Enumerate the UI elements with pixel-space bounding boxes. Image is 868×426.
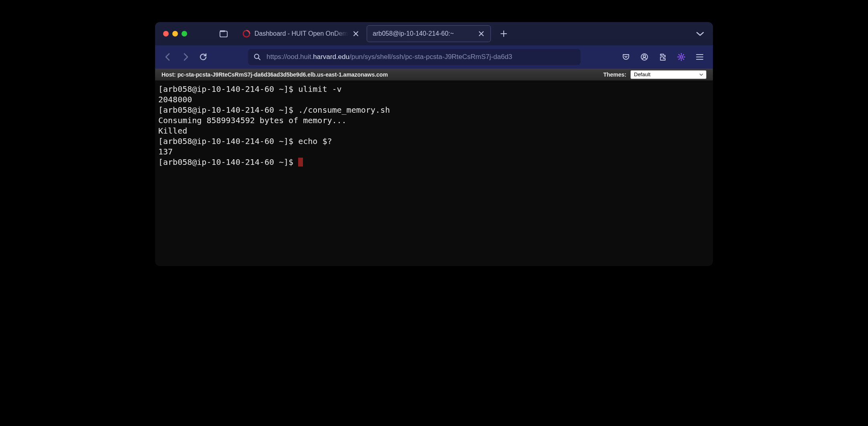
terminal-line: [arb058@ip-10-140-214-60 ~]$ echo $?	[158, 136, 332, 146]
maximize-window-button[interactable]	[182, 31, 187, 37]
tab-bar: Dashboard - HUIT Open OnDemand arb058@ip…	[155, 22, 713, 45]
tab-title: Dashboard - HUIT Open OnDemand	[254, 30, 348, 37]
search-icon	[254, 53, 261, 61]
tab-dashboard[interactable]: Dashboard - HUIT Open OnDemand	[237, 25, 365, 42]
terminal-output[interactable]: [arb058@ip-10-140-214-60 ~]$ ulimit -v 2…	[155, 81, 713, 266]
terminal-cursor	[298, 158, 303, 166]
terminal-line: 2048000	[158, 95, 192, 104]
terminal-line: [arb058@ip-10-140-214-60 ~]$ ./consume_m…	[158, 105, 390, 115]
terminal-prompt: [arb058@ip-10-140-214-60 ~]$	[158, 157, 298, 167]
url-bar-wrapper: https://ood.huit.harvard.edu/pun/sys/she…	[214, 49, 615, 65]
new-tab-button[interactable]	[497, 26, 511, 41]
url-text: https://ood.huit.harvard.edu/pun/sys/she…	[266, 53, 575, 61]
tabs-container: Dashboard - HUIT Open OnDemand arb058@ip…	[237, 22, 511, 45]
settings-gear-icon[interactable]	[674, 49, 689, 65]
ondemand-favicon-icon	[242, 30, 250, 38]
minimize-window-button[interactable]	[172, 31, 178, 37]
svg-rect-0	[220, 31, 227, 37]
host-label: Host: pc-sta-pcsta-J9RteCsRmS7j-da6d36ad…	[161, 71, 388, 78]
pocket-icon[interactable]	[618, 49, 634, 65]
sidebar-toggle-icon[interactable]	[219, 30, 228, 38]
account-icon[interactable]	[637, 49, 652, 65]
tab-overflow-button[interactable]	[692, 26, 708, 42]
reload-button[interactable]	[196, 50, 210, 64]
close-window-button[interactable]	[163, 31, 169, 37]
tab-title: arb058@ip-10-140-214-60:~	[373, 30, 474, 37]
toolbar: https://ood.huit.harvard.edu/pun/sys/she…	[155, 45, 713, 69]
extensions-icon[interactable]	[655, 49, 670, 65]
url-bar[interactable]: https://ood.huit.harvard.edu/pun/sys/she…	[248, 49, 581, 65]
theme-select[interactable]: Default	[630, 70, 707, 79]
terminal-line: Consuming 8589934592 bytes of memory...	[158, 116, 347, 125]
themes-label: Themes:	[603, 71, 626, 78]
browser-window: Dashboard - HUIT Open OnDemand arb058@ip…	[155, 22, 713, 266]
close-tab-icon[interactable]	[352, 30, 359, 37]
svg-point-6	[680, 56, 682, 58]
back-button[interactable]	[161, 50, 175, 64]
terminal-line: [arb058@ip-10-140-214-60 ~]$ ulimit -v	[158, 84, 342, 94]
hamburger-menu-icon[interactable]	[692, 49, 707, 65]
svg-rect-1	[220, 30, 225, 32]
forward-button[interactable]	[178, 50, 193, 64]
theme-selector-group: Themes: Default	[603, 70, 707, 79]
terminal-line: 137	[158, 147, 173, 156]
tab-terminal[interactable]: arb058@ip-10-140-214-60:~	[367, 25, 491, 42]
host-bar: Host: pc-sta-pcsta-J9RteCsRmS7j-da6d36ad…	[155, 69, 713, 81]
window-controls	[160, 31, 219, 37]
svg-point-5	[643, 55, 646, 57]
terminal-line: Killed	[158, 126, 187, 136]
close-tab-icon[interactable]	[478, 30, 485, 37]
